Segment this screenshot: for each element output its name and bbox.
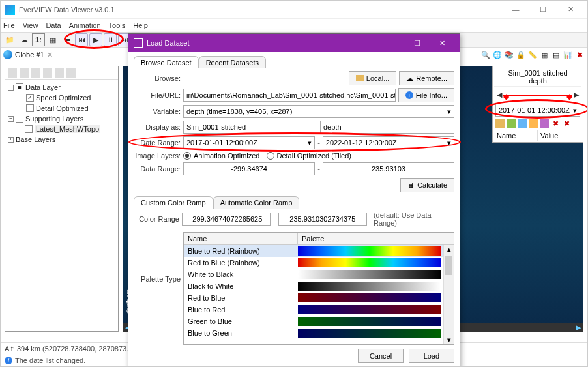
date-from-select[interactable]: 2017-01-01 12:00:00Z▾ xyxy=(183,136,315,149)
dialog-titlebar[interactable]: Load Dataset — ☐ ✕ xyxy=(128,34,460,52)
palette-row[interactable]: Blue to Green xyxy=(184,327,454,339)
tab-custom-ramp[interactable]: Custom Color Ramp xyxy=(134,196,213,209)
display-as-input-1[interactable]: Sim_0001-stitched xyxy=(183,121,317,134)
pr-icon-1[interactable] xyxy=(495,119,505,128)
sidebar-tool-3[interactable] xyxy=(31,68,40,78)
dialog-minimize-button[interactable]: — xyxy=(380,35,405,51)
scroll-up-icon[interactable]: ▴ xyxy=(444,245,454,254)
pr-icon-4[interactable] xyxy=(529,119,538,128)
tree-speed-optimized[interactable]: ✓ Speed Optimized xyxy=(8,93,115,103)
checkbox-icon[interactable] xyxy=(26,104,34,112)
anim-step-back-button[interactable]: ⏮ xyxy=(75,33,88,46)
collapse-icon[interactable]: − xyxy=(8,116,14,122)
radio-detail-optimized[interactable] xyxy=(267,152,274,160)
chevron-left-icon[interactable]: ◀ xyxy=(497,91,502,99)
menu-view[interactable]: View xyxy=(23,22,38,29)
cancel-button[interactable]: Cancel xyxy=(358,349,404,363)
dialog-maximize-button[interactable]: ☐ xyxy=(405,35,430,51)
anim-pause-button[interactable]: ⏸ xyxy=(104,33,117,46)
anim-play-button[interactable]: ▶ xyxy=(89,33,102,46)
tree-supporting-layers[interactable]: − Supporting Layers xyxy=(8,113,115,124)
tb-remote-icon[interactable]: ☁ xyxy=(18,33,31,46)
maximize-button[interactable]: ☐ xyxy=(530,2,556,18)
checkbox-icon[interactable]: ■ xyxy=(16,83,23,91)
file-info-button[interactable]: iFile Info... xyxy=(398,88,454,102)
rt-globe-icon[interactable]: 🌐 xyxy=(492,50,503,60)
close-tab-icon[interactable]: ✕ xyxy=(47,51,53,59)
expand-icon[interactable]: + xyxy=(8,137,14,143)
checkbox-icon[interactable] xyxy=(16,115,23,123)
sidebar-tool-4[interactable] xyxy=(43,68,52,78)
palette-row[interactable]: Green to Blue xyxy=(184,316,454,327)
date-to-select[interactable]: 2022-01-12 12:00:00Z▾ xyxy=(323,136,454,149)
data-min-input[interactable]: -299.34674 xyxy=(183,162,315,175)
pr-icon-2[interactable] xyxy=(507,119,516,128)
palette-row[interactable]: Blue to Red xyxy=(184,304,454,316)
pr-icon-7[interactable]: ✖ xyxy=(562,119,571,128)
rt-search-icon[interactable]: 🔍 xyxy=(480,50,491,60)
globe-tab-label[interactable]: Globe #1 xyxy=(15,51,44,59)
rt-ruler-icon[interactable]: 📏 xyxy=(527,50,538,60)
menu-file[interactable]: File xyxy=(3,22,15,29)
palette-row[interactable]: Red to Blue (Rainbow) xyxy=(184,257,454,269)
pr-icon-6[interactable]: ✖ xyxy=(551,119,560,128)
palette-row[interactable]: Black to White xyxy=(184,280,454,292)
time-slider[interactable]: ◀ ◆ ◆ ▶ xyxy=(494,87,581,102)
slider-track[interactable]: ◆ ◆ xyxy=(503,95,572,96)
scroll-thumb[interactable] xyxy=(445,256,452,275)
rt-lock-icon[interactable]: 🔒 xyxy=(516,50,526,60)
tb-one-icon[interactable]: 1: xyxy=(32,33,45,46)
minimize-button[interactable]: — xyxy=(503,2,529,18)
tb-open-icon[interactable]: 📁 xyxy=(3,33,16,46)
variable-select[interactable]: depth (time=1838, y=405, x=287)▾ xyxy=(183,105,454,118)
palette-row[interactable]: White to Black xyxy=(184,269,454,280)
menu-help[interactable]: Help xyxy=(133,22,148,29)
tree-latest-mesh[interactable]: Latest_MeshWTopo xyxy=(8,124,115,134)
palette-row[interactable]: Blue to Red (Rainbow) xyxy=(184,245,454,257)
tab-recent-datasets[interactable]: Recent Datasets xyxy=(199,56,266,68)
time-dropdown[interactable]: 2017-01-01 12:00:00Z ▾ xyxy=(495,104,580,117)
rt-layers-icon[interactable]: 📚 xyxy=(504,50,514,60)
remote-button[interactable]: ☁Remote... xyxy=(399,71,454,85)
tree-detail-optimized[interactable]: Detail Optimized xyxy=(8,103,115,113)
rt-close-icon[interactable]: ✖ xyxy=(574,50,585,60)
pr-icon-5[interactable] xyxy=(540,119,549,128)
sidebar-tool-1[interactable] xyxy=(8,68,17,78)
menu-animation[interactable]: Animation xyxy=(69,22,101,29)
menu-data[interactable]: Data xyxy=(46,22,61,29)
tab-browse-dataset[interactable]: Browse Dataset xyxy=(134,56,199,68)
tab-auto-ramp[interactable]: Automatic Color Ramp xyxy=(213,196,300,209)
data-max-input[interactable]: 235.93103 xyxy=(323,162,454,175)
sidebar-tool-2[interactable] xyxy=(20,68,29,78)
rt-table-icon[interactable]: ▤ xyxy=(551,50,561,60)
checkbox-icon[interactable]: ✓ xyxy=(26,94,34,102)
dialog-close-button[interactable]: ✕ xyxy=(430,35,454,51)
sidebar-tool-6[interactable] xyxy=(66,68,76,78)
chevron-right-icon[interactable]: ▶ xyxy=(574,91,579,99)
color-min-input[interactable]: -299.34674072265625 xyxy=(182,213,271,226)
display-as-input-2[interactable]: depth xyxy=(320,121,454,134)
tree-base-layers[interactable]: + Base Layers xyxy=(8,134,115,145)
radio-anim-optimized[interactable] xyxy=(183,152,191,160)
sidebar-tool-5[interactable] xyxy=(55,68,64,78)
palette-row[interactable]: Red to Blue xyxy=(184,292,454,304)
rt-chart-icon[interactable]: 📊 xyxy=(563,50,573,60)
palette-name: White to Black xyxy=(184,271,298,278)
color-max-input[interactable]: 235.9310302734375 xyxy=(278,213,367,226)
fileurl-input[interactable]: iri\Documents\Romanach_Lab\Sim_0001-stit… xyxy=(183,89,396,102)
scroll-right-icon[interactable]: ▶ xyxy=(573,323,583,332)
tb-grid-icon[interactable]: ▦ xyxy=(46,33,59,46)
palette-scrollbar[interactable]: ▴ ▾ xyxy=(443,245,454,344)
collapse-icon[interactable]: − xyxy=(8,85,14,91)
rt-grid-icon[interactable]: ▦ xyxy=(539,50,550,60)
tree-data-layer[interactable]: − ■ Data Layer xyxy=(8,82,115,93)
close-button[interactable]: ✕ xyxy=(557,2,583,18)
menu-tools[interactable]: Tools xyxy=(109,22,126,29)
tb-layers-icon[interactable]: ≣ xyxy=(61,33,74,46)
pr-icon-3[interactable] xyxy=(518,119,527,128)
calculate-button[interactable]: 🖩Calculate xyxy=(400,178,454,192)
scroll-down-icon[interactable]: ▾ xyxy=(444,336,454,344)
checkbox-icon[interactable] xyxy=(25,125,33,133)
local-button[interactable]: Local... xyxy=(349,71,396,85)
load-button[interactable]: Load xyxy=(409,349,454,363)
